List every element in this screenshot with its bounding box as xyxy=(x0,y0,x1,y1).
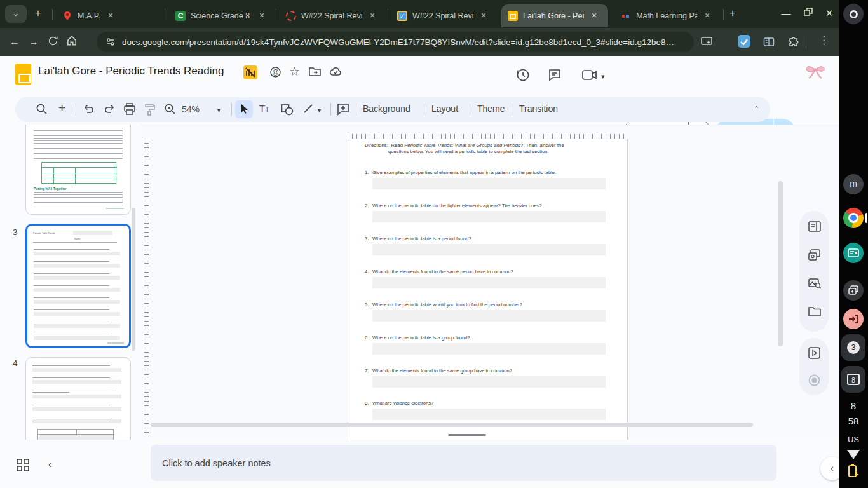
theme-button[interactable]: Theme xyxy=(477,104,505,114)
add-comment-icon[interactable] xyxy=(337,103,349,116)
tab-classroom[interactable]: C Science Grade 8 | G × xyxy=(169,4,273,27)
badge-app-icon[interactable]: 3 xyxy=(841,334,865,361)
extension-badge-icon[interactable] xyxy=(737,34,751,48)
slide-4-thumbnail[interactable] xyxy=(25,357,131,442)
site-settings-icon[interactable] xyxy=(105,37,116,47)
canvas-vertical-scrollbar[interactable] xyxy=(778,181,783,346)
side-panel-icon[interactable] xyxy=(808,221,821,232)
record-icon[interactable] xyxy=(808,374,820,386)
address-bar: ← → docs.google.com/presentation/d/19sk4… xyxy=(0,28,839,56)
comments-icon[interactable] xyxy=(548,68,562,82)
capture-icon[interactable] xyxy=(808,249,820,261)
keyboard-layout-indicator[interactable]: US xyxy=(839,435,868,444)
shape-tool-icon[interactable] xyxy=(281,103,294,116)
tab-spiral-review-1[interactable]: W#22 Spiral Review × xyxy=(280,4,384,27)
slide-2-thumbnail[interactable]: Putting It All Together xyxy=(25,125,131,215)
collapse-filmstrip-icon[interactable]: ‹ xyxy=(48,459,51,470)
teal-app-icon[interactable] xyxy=(843,243,864,263)
filmstrip-scrollbar[interactable] xyxy=(132,208,135,351)
launcher-button[interactable] xyxy=(843,4,864,24)
grid-view-icon[interactable] xyxy=(17,459,29,471)
wifi-icon[interactable] xyxy=(847,450,860,459)
clock-minute[interactable]: 58 xyxy=(839,416,868,426)
answer-box[interactable] xyxy=(372,343,606,355)
tab-slides-active[interactable]: Lai'lah Gore - Perio × xyxy=(501,4,608,27)
close-tab-icon[interactable]: × xyxy=(367,11,377,21)
warning-badge-icon[interactable] xyxy=(243,65,257,79)
answer-box[interactable] xyxy=(372,178,606,189)
tab-map[interactable]: M.A.P. × xyxy=(56,4,160,27)
document-title[interactable]: Lai'lah Gore - Periodic Trends Reading xyxy=(38,65,224,78)
speaker-notes-input[interactable]: Click to add speaker notes xyxy=(151,445,776,481)
image-search-icon[interactable] xyxy=(808,278,821,289)
browser-menu-icon[interactable]: ⋮ xyxy=(818,34,829,47)
account-avatar[interactable]: m xyxy=(843,174,864,194)
answer-box[interactable] xyxy=(372,211,606,222)
background-button[interactable]: Background xyxy=(363,104,410,114)
present-camera-icon[interactable] xyxy=(582,69,597,81)
slides-logo[interactable] xyxy=(15,64,31,85)
svg-text:@: @ xyxy=(272,69,278,76)
collapse-toolbar-icon[interactable]: ⌃ xyxy=(754,105,759,113)
calendar-app-icon[interactable]: 8 xyxy=(841,366,865,393)
star-icon[interactable]: ☆ xyxy=(289,64,300,79)
camera-dropdown-icon[interactable]: ▾ xyxy=(601,72,605,81)
close-window-button[interactable]: ✕ xyxy=(823,8,836,19)
install-icon[interactable] xyxy=(700,36,713,48)
play-icon[interactable] xyxy=(808,347,820,359)
close-tab-icon[interactable]: × xyxy=(478,11,489,21)
select-tool-button[interactable] xyxy=(235,100,253,118)
back-icon[interactable]: ← xyxy=(5,36,24,48)
zoom-value[interactable]: 54% xyxy=(182,104,200,114)
clock-hour[interactable]: 8 xyxy=(839,400,868,411)
tab-spiral-review-2[interactable]: ✓ W#22 Spiral Review × xyxy=(391,4,495,27)
layout-button[interactable]: Layout xyxy=(431,104,458,114)
paint-format-icon[interactable] xyxy=(144,103,156,116)
minimize-button[interactable]: — xyxy=(780,8,792,18)
move-folder-icon[interactable] xyxy=(309,67,321,77)
extensions-puzzle-icon[interactable] xyxy=(787,36,799,48)
textbox-tool-icon[interactable]: TT xyxy=(259,103,269,114)
answer-box[interactable] xyxy=(372,277,606,288)
print-icon[interactable] xyxy=(123,103,136,116)
new-slide-icon[interactable]: + xyxy=(58,101,65,115)
notes-resize-handle[interactable] xyxy=(448,434,486,436)
sign-in-arrow-icon[interactable] xyxy=(843,309,864,329)
forward-icon[interactable]: → xyxy=(24,36,43,48)
chrome-icon[interactable] xyxy=(843,208,864,228)
close-tab-icon[interactable]: × xyxy=(105,11,116,21)
answer-box[interactable] xyxy=(372,376,606,388)
close-tab-icon[interactable]: × xyxy=(257,11,267,21)
close-tab-icon[interactable]: × xyxy=(702,11,712,21)
answer-box[interactable] xyxy=(372,310,606,322)
new-tab-button[interactable]: + xyxy=(729,7,736,20)
slide-page[interactable]: Directions: Read Periodic Table Trends: … xyxy=(348,139,628,440)
version-history-icon[interactable] xyxy=(516,68,530,82)
tab-search-button[interactable]: ⌄ xyxy=(5,5,27,23)
home-icon[interactable] xyxy=(62,35,81,49)
canvas-horizontal-scrollbar[interactable] xyxy=(151,423,753,427)
reload-icon[interactable] xyxy=(43,36,62,49)
transition-button[interactable]: Transition xyxy=(519,104,558,114)
zoom-dropdown-icon[interactable]: ▾ xyxy=(217,107,220,114)
phone-battery-icon[interactable]: + xyxy=(848,465,857,477)
line-dropdown-icon[interactable]: ▾ xyxy=(318,107,321,114)
answer-box[interactable] xyxy=(372,409,606,420)
plus-icon[interactable]: + xyxy=(35,7,41,20)
answer-box[interactable] xyxy=(372,244,606,255)
url-field[interactable]: docs.google.com/presentation/d/19sk4Tynf… xyxy=(97,32,694,52)
undo-icon[interactable] xyxy=(83,103,95,115)
close-tab-icon[interactable]: × xyxy=(589,11,599,21)
zoom-icon[interactable] xyxy=(164,103,176,115)
screen-capture-tote-icon[interactable] xyxy=(843,280,864,301)
restore-button[interactable] xyxy=(802,8,815,18)
line-tool-icon[interactable] xyxy=(302,103,314,114)
redo-icon[interactable] xyxy=(103,103,116,115)
tab-math-learning[interactable]: Math Learning Pat × xyxy=(614,4,719,27)
slide-3-thumbnail[interactable]: Periodic Table Trends Name xyxy=(25,224,131,348)
folder-icon[interactable] xyxy=(808,306,821,316)
mention-shield-icon[interactable]: @ xyxy=(269,66,281,78)
reading-mode-icon[interactable] xyxy=(763,36,775,48)
cloud-status-icon[interactable] xyxy=(329,67,342,77)
search-menus-icon[interactable] xyxy=(36,103,48,115)
